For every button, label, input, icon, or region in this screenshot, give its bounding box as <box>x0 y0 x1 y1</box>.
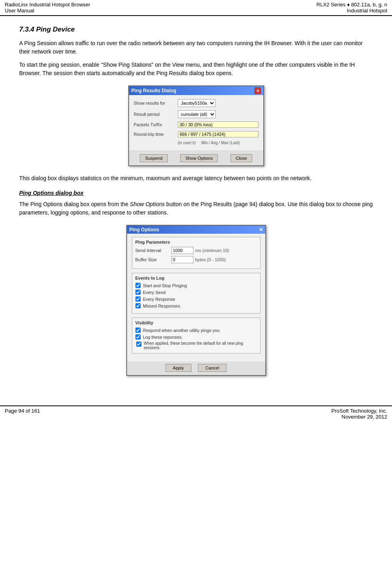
every-response-checkbox[interactable] <box>135 296 141 302</box>
missed-responses-row: Missed Responses <box>135 303 257 308</box>
buffer-size-input[interactable] <box>171 256 193 263</box>
para4-part1: The Ping Options dialog box opens from t… <box>19 201 130 207</box>
show-results-row: Show results for Jacoby5150a <box>134 99 259 107</box>
result-period-label: Result period <box>134 112 178 117</box>
start-stop-checkbox[interactable] <box>135 283 141 288</box>
header-right-line2: Industrial Hotspot <box>316 8 387 14</box>
note-text: When applied, these become the default f… <box>144 341 257 350</box>
ping-options-footer: Apply Cancel <box>127 362 265 375</box>
section-title: 7.3.4 Ping Device <box>19 26 373 34</box>
show-options-button[interactable]: Show Options <box>180 154 218 162</box>
note-row: When applied, these become the default f… <box>135 341 257 350</box>
main-content: 7.3.4 Ping Device A Ping Session allows … <box>0 16 392 393</box>
ping-options-titlebar: Ping Options ✕ <box>127 226 265 234</box>
roundtrip-label: Round-trip time <box>134 132 178 137</box>
section-para1: A Ping Session allows traffic to run ove… <box>19 39 373 56</box>
section-para3: This dialog box displays statistics on t… <box>19 174 373 183</box>
buffer-size-unit: bytes (0 - 1000) <box>195 257 226 262</box>
ping-parameters-group: Ping Parameters Send Interval ms (minimu… <box>132 237 261 269</box>
ping-results-titlebar: Ping Results Dialog ✕ <box>129 86 263 95</box>
show-results-label: Show results for <box>134 101 178 105</box>
roundtrip-row: Round-trip time 666 / 897 / 1475 (1424) <box>134 131 259 137</box>
section-para2: To start the ping session, enable "Show … <box>19 61 373 77</box>
cancel-button[interactable]: Cancel <box>198 364 227 372</box>
every-send-row: Every Send <box>135 290 257 295</box>
result-period-row: Result period cumulate (all) <box>134 110 259 118</box>
buffer-size-row: Buffer Size bytes (0 - 1000) <box>135 256 257 263</box>
result-period-select[interactable]: cumulate (all) <box>178 110 216 118</box>
send-interval-row: Send Interval ms (minimum 10) <box>135 247 257 254</box>
send-interval-unit: ms (minimum 10) <box>195 248 229 253</box>
roundtrip-sub: (in usec's) Min / Avg / Max (Last) <box>134 141 259 145</box>
events-to-log-title: Events to Log <box>135 276 257 280</box>
header-left-line1: RadioLinx Industrial Hotspot Browser <box>5 2 90 8</box>
page-header: RadioLinx Industrial Hotspot Browser Use… <box>0 0 392 16</box>
header-left-line2: User Manual <box>5 8 90 14</box>
ping-options-close-icon[interactable]: ✕ <box>259 227 263 232</box>
events-to-log-group: Events to Log Start and Stop Pinging Eve… <box>132 273 261 314</box>
log-responses-label: Log these reponses. <box>143 335 183 340</box>
footer-right-line2: November 29, 2012 <box>331 414 387 420</box>
footer-left: Page 94 of 161 <box>5 408 40 420</box>
send-interval-label: Send Interval <box>135 248 171 253</box>
ping-options-title: Ping Options <box>129 227 159 232</box>
subsection-title: Ping Options dialog box <box>19 190 373 196</box>
visibility-title: Visibility <box>135 320 257 325</box>
missed-responses-label: Missed Responses <box>143 304 180 308</box>
log-responses-row: Log these reponses. <box>135 334 257 340</box>
missed-responses-checkbox[interactable] <box>135 303 141 308</box>
respond-row: Respond when another utility pings you <box>135 328 257 333</box>
buffer-size-label: Buffer Size <box>135 257 171 262</box>
visibility-group: Visibility Respond when another utility … <box>132 318 261 354</box>
close-button[interactable]: Close <box>231 154 252 162</box>
every-response-label: Every Response <box>143 297 175 302</box>
ping-options-dialog-wrapper: Ping Options ✕ Ping Parameters Send Inte… <box>19 225 373 376</box>
apply-button[interactable]: Apply <box>165 364 192 372</box>
send-interval-input[interactable] <box>171 247 193 254</box>
start-stop-row: Start and Stop Pinging <box>135 283 257 288</box>
ping-results-body: Show results for Jacoby5150a Result peri… <box>129 95 263 151</box>
packets-value: 30 / 30 (0% loss) <box>178 121 259 128</box>
every-response-row: Every Response <box>135 296 257 302</box>
ping-results-footer: Suspend Show Options Close <box>129 151 263 165</box>
header-right-line1: RLX2 Series ♦ 802.11a, b, g, n <box>316 2 387 8</box>
show-results-select[interactable]: Jacoby5150a <box>178 99 215 107</box>
ping-options-dialog: Ping Options ✕ Ping Parameters Send Inte… <box>126 225 266 376</box>
packets-row: Packets Tx/Rx 30 / 30 (0% loss) <box>134 121 259 128</box>
ping-parameters-title: Ping Parameters <box>135 240 257 244</box>
footer-right-line1: ProSoft Technology, Inc. <box>331 408 387 414</box>
suspend-button[interactable]: Suspend <box>140 154 167 162</box>
page-footer: Page 94 of 161 ProSoft Technology, Inc. … <box>0 405 392 421</box>
respond-label: Respond when another utility pings you <box>143 328 220 333</box>
ping-options-body: Ping Parameters Send Interval ms (minimu… <box>127 234 265 362</box>
start-stop-label: Start and Stop Pinging <box>143 283 187 288</box>
log-responses-checkbox[interactable] <box>135 334 141 340</box>
ping-results-dialog-wrapper: Ping Results Dialog ✕ Show results for J… <box>19 85 373 166</box>
ping-results-close-icon[interactable]: ✕ <box>255 87 261 94</box>
ping-results-title: Ping Results Dialog <box>131 88 177 93</box>
respond-checkbox[interactable] <box>135 328 141 333</box>
every-send-label: Every Send <box>143 290 166 295</box>
section-para4: The Ping Options dialog box opens from t… <box>19 200 373 217</box>
note-checkbox[interactable] <box>136 342 141 347</box>
footer-right: ProSoft Technology, Inc. November 29, 20… <box>331 408 387 420</box>
packets-label: Packets Tx/Rx <box>134 122 178 127</box>
roundtrip-value: 666 / 897 / 1475 (1424) <box>178 131 259 137</box>
para4-italic: Show Options <box>130 201 165 207</box>
every-send-checkbox[interactable] <box>135 290 141 295</box>
ping-results-dialog: Ping Results Dialog ✕ Show results for J… <box>128 85 264 166</box>
